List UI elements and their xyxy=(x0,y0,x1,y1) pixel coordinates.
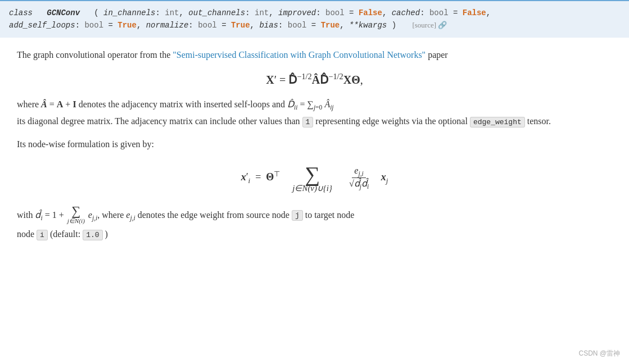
to-target: to target node xyxy=(305,210,355,219)
inline-default: 1.0 xyxy=(83,230,102,240)
inline-code-edge-weight: edge_weight xyxy=(470,117,525,128)
desc-after-link: paper xyxy=(426,50,448,60)
adjacency-desc: denotes the adjacency matrix with insert… xyxy=(76,99,285,109)
paper-link[interactable]: "Semi-supervised Classification with Gra… xyxy=(173,50,426,60)
inline-code-one: 1 xyxy=(302,117,314,128)
inline-code-2-val: edge_weight xyxy=(473,118,522,126)
inline-j-val: j xyxy=(295,211,300,220)
where-paragraph: where Â = A + I denotes the adjacency ma… xyxy=(17,97,612,129)
inline-j: j xyxy=(292,210,303,221)
with-paragraph: with d̂i = 1 + ∑ j∈N(i) ej,i, where ej,i… xyxy=(17,204,612,242)
description-paragraph: The graph convolutional operator from th… xyxy=(17,48,612,62)
main-content: The graph convolutional operator from th… xyxy=(0,38,629,260)
nodewise-paragraph: Its node-wise formulation is given by: xyxy=(17,136,612,152)
class-signature: class GCNConv ( in_channels: int, out_ch… xyxy=(0,0,629,38)
default-end: ) xyxy=(105,229,108,239)
with-text: with xyxy=(17,210,33,219)
edge-weight-desc: denotes the edge weight from source node xyxy=(138,210,289,219)
nodewise-formula: x′i = Θ⊤ ∑ j∈N(v)∪{i} ej,i √d̂jd̂i xj xyxy=(17,163,612,193)
inline-i-val: i xyxy=(40,231,44,239)
diagonal-desc: its diagonal degree matrix. The adjacenc… xyxy=(17,116,300,126)
watermark-text: CSDN @雷神 xyxy=(578,349,620,357)
param-in-channels: in_channels xyxy=(103,8,155,17)
desc-before-link: The graph convolutional operator from th… xyxy=(17,50,173,60)
di-hat-desc: , where xyxy=(97,210,124,219)
params-open: ( xyxy=(94,8,98,17)
main-formula: X′ = D̂−1/2ÂD̂−1/2XΘ, xyxy=(17,72,612,87)
source-link[interactable]: [source] 🔗 xyxy=(412,21,447,29)
representing-text: representing edge weights via the option… xyxy=(315,116,470,126)
watermark: CSDN @雷神 xyxy=(578,349,620,358)
inline-default-val: 1.0 xyxy=(86,231,99,239)
inline-i: i xyxy=(37,230,48,240)
class-keyword: class xyxy=(9,8,33,17)
default-text: (default: xyxy=(50,229,80,239)
nodewise-text: Its node-wise formulation is given by: xyxy=(17,139,154,149)
class-name: GCNConv xyxy=(47,8,80,17)
link-text: "Semi-supervised Classification with Gra… xyxy=(173,50,426,60)
inline-code-1-val: 1 xyxy=(306,118,310,126)
tensor-text: tensor. xyxy=(527,116,551,126)
